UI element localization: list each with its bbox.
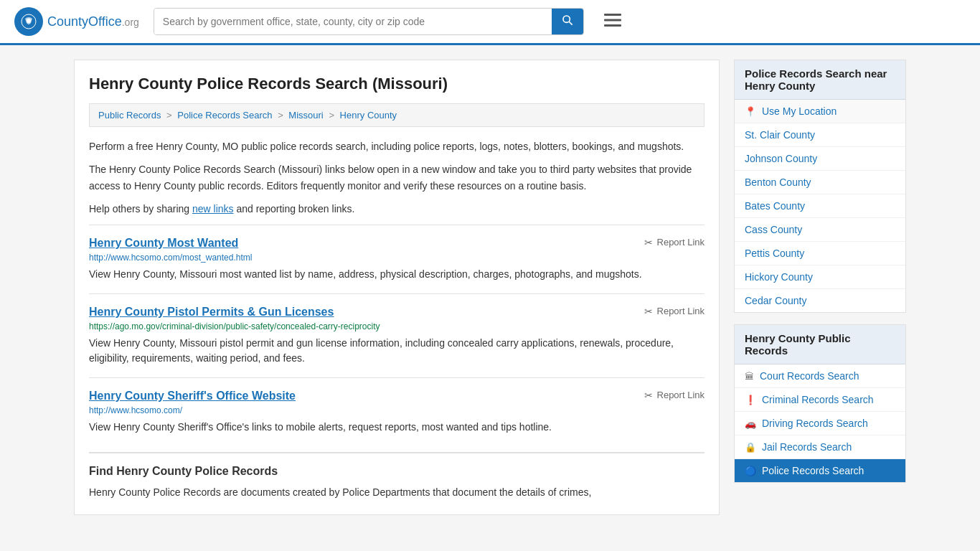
breadcrumb-police-records-search[interactable]: Police Records Search bbox=[177, 110, 272, 121]
find-section: Find Henry County Police Records Henry C… bbox=[89, 452, 705, 500]
logo-suffix: .org bbox=[122, 17, 139, 28]
breadcrumb-henry-county[interactable]: Henry County bbox=[340, 110, 397, 121]
use-my-location-item[interactable]: 📍 Use My Location bbox=[735, 100, 905, 123]
use-my-location-link[interactable]: Use My Location bbox=[762, 105, 837, 117]
result-header: Henry County Sheriff's Office Website ✂ … bbox=[89, 390, 705, 402]
result-item: Henry County Sheriff's Office Website ✂ … bbox=[89, 377, 705, 446]
header: CountyOffice.org bbox=[0, 0, 980, 45]
nearby-section: Police Records Search near Henry County … bbox=[734, 60, 906, 313]
driving-records-item[interactable]: 🚗 Driving Records Search bbox=[735, 412, 905, 435]
cass-county-link[interactable]: Cass County bbox=[745, 224, 802, 235]
driving-records-link[interactable]: Driving Records Search bbox=[762, 418, 868, 429]
public-records-title: Henry County Public Records bbox=[735, 325, 905, 364]
police-icon: 🔵 bbox=[745, 466, 756, 476]
court-records-item[interactable]: 🏛 Court Records Search bbox=[735, 364, 905, 388]
breadcrumb: Public Records > Police Records Search >… bbox=[89, 103, 705, 127]
svg-rect-6 bbox=[604, 24, 621, 27]
criminal-records-item[interactable]: ❗ Criminal Records Search bbox=[735, 388, 905, 412]
search-button[interactable] bbox=[552, 9, 583, 34]
report-icon: ✂ bbox=[644, 237, 653, 248]
result-url[interactable]: http://www.hcsomo.com/ bbox=[89, 405, 705, 415]
court-records-link[interactable]: Court Records Search bbox=[760, 370, 859, 382]
report-icon: ✂ bbox=[644, 306, 653, 317]
st-clair-county-link[interactable]: St. Clair County bbox=[745, 129, 815, 141]
result-title[interactable]: Henry County Most Wanted bbox=[89, 237, 238, 250]
result-header: Henry County Pistol Permits & Gun Licens… bbox=[89, 306, 705, 319]
logo-name: CountyOffice bbox=[47, 14, 122, 29]
menu-button[interactable] bbox=[598, 9, 627, 34]
svg-rect-5 bbox=[604, 19, 621, 22]
public-records-section: Henry County Public Records 🏛 Court Reco… bbox=[734, 324, 906, 483]
nearby-county-item[interactable]: Johnson County bbox=[735, 147, 905, 171]
find-desc: Henry County Police Records are document… bbox=[89, 485, 705, 500]
search-input[interactable] bbox=[154, 9, 552, 34]
logo-icon bbox=[14, 7, 43, 36]
report-link-3[interactable]: ✂ Report Link bbox=[644, 390, 705, 401]
police-records-link[interactable]: Police Records Search bbox=[762, 465, 864, 476]
svg-point-1 bbox=[27, 19, 31, 23]
breadcrumb-missouri[interactable]: Missouri bbox=[288, 110, 323, 121]
result-header: Henry County Most Wanted ✂ Report Link bbox=[89, 237, 705, 250]
driving-icon: 🚗 bbox=[745, 418, 756, 429]
breadcrumb-public-records[interactable]: Public Records bbox=[98, 110, 161, 121]
new-links-link[interactable]: new links bbox=[192, 203, 234, 215]
nearby-county-item[interactable]: Benton County bbox=[735, 171, 905, 194]
description-3: Help others by sharing new links and rep… bbox=[89, 201, 705, 217]
find-title: Find Henry County Police Records bbox=[89, 465, 705, 478]
pettis-county-link[interactable]: Pettis County bbox=[745, 248, 804, 259]
court-icon: 🏛 bbox=[745, 371, 754, 382]
sidebar: Police Records Search near Henry County … bbox=[734, 60, 906, 515]
main-content: Henry County Police Records Search (Miss… bbox=[74, 60, 720, 515]
result-item: Henry County Pistol Permits & Gun Licens… bbox=[89, 293, 705, 377]
result-url[interactable]: http://www.hcsomo.com/most_wanted.html bbox=[89, 253, 705, 263]
nearby-county-item[interactable]: Cass County bbox=[735, 218, 905, 242]
nearby-county-item[interactable]: Cedar County bbox=[735, 289, 905, 312]
search-bar bbox=[154, 8, 584, 35]
result-desc: View Henry County, Missouri most wanted … bbox=[89, 267, 705, 282]
report-icon: ✂ bbox=[644, 390, 653, 401]
jail-records-link[interactable]: Jail Records Search bbox=[762, 441, 852, 453]
report-link-2[interactable]: ✂ Report Link bbox=[644, 306, 705, 317]
logo-text: CountyOffice.org bbox=[47, 14, 139, 29]
logo-link[interactable]: CountyOffice.org bbox=[14, 7, 139, 36]
benton-county-link[interactable]: Benton County bbox=[745, 176, 811, 188]
result-desc: View Henry County, Missouri pistol permi… bbox=[89, 336, 705, 366]
johnson-county-link[interactable]: Johnson County bbox=[745, 153, 817, 164]
description-2: The Henry County Police Records Search (… bbox=[89, 161, 705, 194]
report-link-1[interactable]: ✂ Report Link bbox=[644, 237, 705, 248]
criminal-records-link[interactable]: Criminal Records Search bbox=[762, 394, 874, 405]
result-url[interactable]: https://ago.mo.gov/criminal-division/pub… bbox=[89, 321, 705, 331]
description-1: Perform a free Henry County, MO public p… bbox=[89, 138, 705, 154]
hamburger-icon bbox=[604, 14, 621, 27]
page-title: Henry County Police Records Search (Miss… bbox=[89, 75, 705, 93]
search-icon bbox=[562, 14, 573, 26]
bates-county-link[interactable]: Bates County bbox=[745, 200, 805, 212]
result-desc: View Henry County Sheriff's Office's lin… bbox=[89, 420, 705, 435]
jail-records-item[interactable]: 🔒 Jail Records Search bbox=[735, 435, 905, 459]
hickory-county-link[interactable]: Hickory County bbox=[745, 271, 813, 283]
svg-point-2 bbox=[563, 16, 570, 22]
police-records-item[interactable]: 🔵 Police Records Search bbox=[735, 459, 905, 482]
nearby-title: Police Records Search near Henry County bbox=[735, 60, 905, 100]
nearby-county-item[interactable]: Bates County bbox=[735, 194, 905, 218]
location-icon: 📍 bbox=[745, 106, 756, 117]
result-title[interactable]: Henry County Sheriff's Office Website bbox=[89, 390, 296, 402]
svg-rect-4 bbox=[604, 14, 621, 16]
criminal-icon: ❗ bbox=[745, 395, 756, 405]
svg-line-3 bbox=[569, 22, 573, 25]
nearby-county-item[interactable]: St. Clair County bbox=[735, 123, 905, 147]
nearby-county-item[interactable]: Pettis County bbox=[735, 242, 905, 265]
cedar-county-link[interactable]: Cedar County bbox=[745, 295, 806, 306]
nearby-county-item[interactable]: Hickory County bbox=[735, 265, 905, 289]
jail-icon: 🔒 bbox=[745, 442, 756, 453]
main-container: Henry County Police Records Search (Miss… bbox=[60, 45, 920, 529]
result-title[interactable]: Henry County Pistol Permits & Gun Licens… bbox=[89, 306, 334, 319]
result-item: Henry County Most Wanted ✂ Report Link h… bbox=[89, 225, 705, 293]
